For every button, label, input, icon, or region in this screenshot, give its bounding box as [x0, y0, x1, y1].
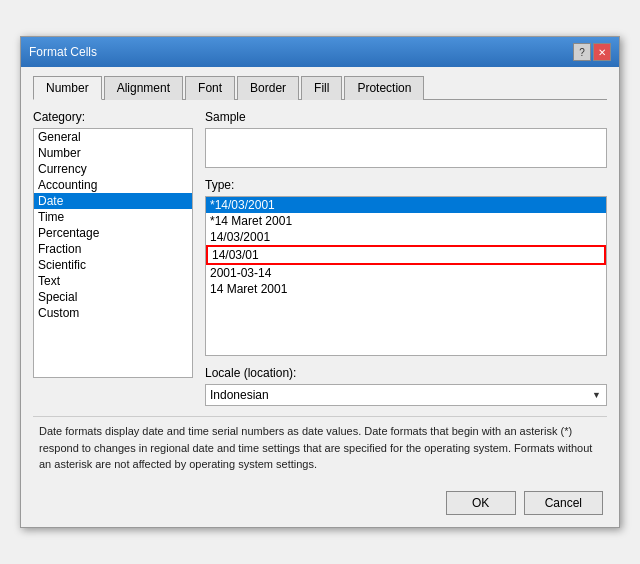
type-listbox[interactable]: *14/03/2001*14 Maret 200114/03/200114/03…: [205, 196, 607, 356]
category-item[interactable]: Fraction: [34, 241, 192, 257]
tab-border[interactable]: Border: [237, 76, 299, 100]
help-button[interactable]: ?: [573, 43, 591, 61]
type-item[interactable]: 2001-03-14: [206, 265, 606, 281]
tab-fill[interactable]: Fill: [301, 76, 342, 100]
ok-button[interactable]: OK: [446, 491, 516, 515]
format-cells-dialog: Format Cells ? ✕ Number Alignment Font B…: [20, 36, 620, 528]
dialog-title: Format Cells: [29, 45, 97, 59]
tab-font[interactable]: Font: [185, 76, 235, 100]
category-item[interactable]: Special: [34, 289, 192, 305]
type-label: Type:: [205, 178, 607, 192]
category-item[interactable]: Percentage: [34, 225, 192, 241]
dialog-body: Number Alignment Font Border Fill Protec…: [21, 67, 619, 527]
sample-label: Sample: [205, 110, 607, 124]
locale-select[interactable]: IndonesianEnglish (US)English (UK): [205, 384, 607, 406]
tab-alignment[interactable]: Alignment: [104, 76, 183, 100]
close-button[interactable]: ✕: [593, 43, 611, 61]
tab-content: Category: GeneralNumberCurrencyAccountin…: [33, 110, 607, 406]
category-item[interactable]: General: [34, 129, 192, 145]
category-listbox[interactable]: GeneralNumberCurrencyAccountingDateTimeP…: [33, 128, 193, 378]
locale-select-wrapper: IndonesianEnglish (US)English (UK): [205, 384, 607, 406]
bottom-buttons: OK Cancel: [33, 491, 607, 515]
tab-protection[interactable]: Protection: [344, 76, 424, 100]
sample-box: [205, 128, 607, 168]
category-item[interactable]: Scientific: [34, 257, 192, 273]
category-listbox-wrapper: GeneralNumberCurrencyAccountingDateTimeP…: [33, 128, 193, 378]
right-panel: Sample Type: *14/03/2001*14 Maret 200114…: [205, 110, 607, 406]
category-item[interactable]: Currency: [34, 161, 192, 177]
type-item[interactable]: *14/03/2001: [206, 197, 606, 213]
title-bar: Format Cells ? ✕: [21, 37, 619, 67]
category-label: Category:: [33, 110, 193, 124]
category-item[interactable]: Time: [34, 209, 192, 225]
category-item[interactable]: Number: [34, 145, 192, 161]
description-text: Date formats display date and time seria…: [33, 416, 607, 479]
locale-label: Locale (location):: [205, 366, 607, 380]
category-item[interactable]: Text: [34, 273, 192, 289]
category-panel: Category: GeneralNumberCurrencyAccountin…: [33, 110, 193, 406]
tab-number[interactable]: Number: [33, 76, 102, 100]
type-item[interactable]: 14/03/01: [206, 245, 606, 265]
type-item[interactable]: 14 Maret 2001: [206, 281, 606, 297]
tab-bar: Number Alignment Font Border Fill Protec…: [33, 75, 607, 100]
cancel-button[interactable]: Cancel: [524, 491, 603, 515]
category-item[interactable]: Accounting: [34, 177, 192, 193]
type-item[interactable]: 14/03/2001: [206, 229, 606, 245]
type-item[interactable]: *14 Maret 2001: [206, 213, 606, 229]
category-item[interactable]: Date: [34, 193, 192, 209]
title-bar-buttons: ? ✕: [573, 43, 611, 61]
category-item[interactable]: Custom: [34, 305, 192, 321]
